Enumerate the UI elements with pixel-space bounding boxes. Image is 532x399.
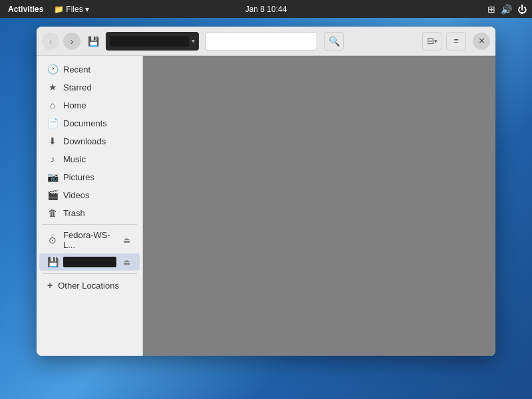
pictures-icon: 📷 [47, 172, 58, 182]
drive2-icon: 💾 [47, 257, 58, 267]
view-options-icon: ⊟ [427, 36, 434, 46]
file-manager-window: ‹ › 💾 ▾ 🔍 ⊟ ▾ ≡ [37, 27, 495, 356]
sidebar-item-videos[interactable]: 🎬 Videos [39, 186, 140, 203]
sidebar-pictures-label: Pictures [63, 172, 132, 182]
fedora-drive-icon: ⊙ [47, 235, 58, 245]
sidebar-item-home[interactable]: ⌂ Home [39, 96, 140, 114]
fm-content-area [143, 56, 495, 356]
network-icon[interactable]: ⊞ [487, 4, 495, 15]
forward-button[interactable]: › [63, 33, 80, 50]
close-button[interactable]: ✕ [473, 33, 490, 50]
fedora-eject-button[interactable]: ⏏ [122, 234, 132, 246]
power-icon[interactable]: ⏻ [517, 4, 527, 15]
sidebar-item-fedora-drive[interactable]: ⊙ Fedora-WS-L... ⏏ [39, 227, 140, 253]
fm-header: ‹ › 💾 ▾ 🔍 ⊟ ▾ ≡ [37, 27, 495, 56]
sidebar-item-documents[interactable]: 📄 Documents [39, 114, 140, 132]
volume-icon[interactable]: 🔊 [501, 4, 512, 15]
sidebar-divider [42, 224, 137, 225]
sidebar-videos-label: Videos [63, 190, 132, 200]
starred-icon: ★ [47, 82, 58, 92]
sidebar-downloads-label: Downloads [63, 136, 132, 146]
sidebar-starred-label: Starred [63, 82, 132, 92]
location-icon-button[interactable]: 💾 [84, 33, 102, 50]
files-dropdown-icon: ▾ [85, 5, 89, 14]
topbar-left: Activities 📁 Files ▾ [5, 3, 89, 15]
location-bar-text [110, 36, 189, 47]
sidebar-divider-2 [42, 273, 137, 274]
activities-button[interactable]: Activities [5, 3, 46, 15]
sidebar-item-music[interactable]: ♪ Music [39, 150, 140, 168]
sidebar-trash-label: Trash [63, 208, 132, 218]
view-dropdown-icon: ▾ [434, 38, 438, 45]
hamburger-icon: ≡ [454, 36, 459, 46]
downloads-icon: ⬇ [47, 136, 58, 146]
videos-icon: 🎬 [47, 190, 58, 200]
desktop: Activities 📁 Files ▾ Jan 8 10:44 ⊞ 🔊 ⏻ ‹… [0, 0, 532, 399]
sidebar-documents-label: Documents [63, 118, 132, 128]
other-locations-label: Other Locations [58, 281, 132, 291]
hamburger-menu-button[interactable]: ≡ [446, 32, 466, 51]
view-options-button[interactable]: ⊟ ▾ [422, 32, 442, 51]
sidebar-home-label: Home [63, 100, 132, 110]
documents-icon: 📄 [47, 118, 58, 128]
fm-body: 🕐 Recent ★ Starred ⌂ Home 📄 Documents ⬇ [37, 56, 495, 356]
sidebar-item-starred[interactable]: ★ Starred [39, 78, 140, 96]
drive-icon: 💾 [88, 36, 99, 47]
recent-icon: 🕐 [47, 64, 58, 74]
music-icon: ♪ [47, 154, 58, 164]
fedora-drive-label: Fedora-WS-L... [63, 230, 116, 250]
location-bar[interactable]: ▾ [106, 32, 199, 51]
search-button[interactable]: 🔍 [324, 32, 344, 51]
sidebar-item-drive2[interactable]: 💾 ⏏ [39, 253, 140, 271]
sidebar-item-downloads[interactable]: ⬇ Downloads [39, 132, 140, 150]
sidebar-item-pictures[interactable]: 📷 Pictures [39, 168, 140, 186]
sidebar-item-other-locations[interactable]: + Other Locations [39, 277, 140, 294]
drive2-eject-button[interactable]: ⏏ [122, 256, 132, 268]
sidebar: 🕐 Recent ★ Starred ⌂ Home 📄 Documents ⬇ [37, 56, 143, 356]
search-icon: 🔍 [329, 36, 340, 47]
home-icon: ⌂ [47, 100, 58, 110]
sidebar-recent-label: Recent [63, 65, 132, 74]
topbar-right: ⊞ 🔊 ⏻ [487, 4, 527, 15]
files-icon: 📁 [54, 5, 64, 14]
add-icon: + [47, 280, 53, 291]
location-dropdown-icon[interactable]: ▾ [192, 37, 195, 45]
topbar: Activities 📁 Files ▾ Jan 8 10:44 ⊞ 🔊 ⏻ [0, 0, 532, 18]
back-button[interactable]: ‹ [42, 33, 59, 50]
sidebar-item-recent[interactable]: 🕐 Recent [39, 61, 140, 78]
sidebar-item-trash[interactable]: 🗑 Trash [39, 204, 140, 221]
topbar-datetime: Jan 8 10:44 [245, 5, 287, 14]
trash-icon: 🗑 [47, 207, 58, 218]
sidebar-music-label: Music [63, 154, 132, 164]
close-icon: ✕ [478, 36, 485, 46]
path-input[interactable] [205, 32, 317, 51]
files-menu-button[interactable]: 📁 Files ▾ [54, 5, 88, 14]
